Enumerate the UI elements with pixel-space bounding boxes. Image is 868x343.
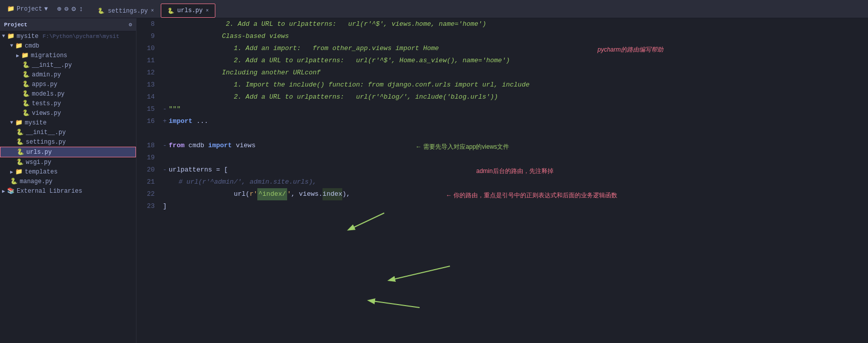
ln22: 22 (141, 188, 155, 200)
ln15: 15 (141, 103, 155, 115)
tree-item-admin[interactable]: 🐍 admin.py (0, 70, 136, 79)
sidebar-header: Project ⚙ (0, 18, 136, 31)
wsgi-label: wsgi.py (26, 159, 51, 166)
ln8: 8 (141, 18, 155, 30)
tree-item-mysite-folder[interactable]: ▼ 📁 mysite (0, 118, 136, 127)
import-kw2: import (208, 140, 232, 152)
tree-item-manage[interactable]: 🐍 manage.py (0, 177, 136, 186)
tree-item-models[interactable]: 🐍 models.py (0, 89, 136, 99)
ln13: 13 (141, 79, 155, 91)
project-dropdown[interactable]: 📁 Project ▼ (4, 4, 51, 14)
svg-line-0 (349, 213, 384, 230)
ln18: 18 (141, 140, 155, 152)
migrations-folder-icon: 📁 (21, 52, 29, 59)
views-icon: 🐍 (22, 109, 30, 117)
urls-tab-icon: 🐍 (167, 8, 174, 14)
tree-item-tests[interactable]: 🐍 tests.py (0, 99, 136, 108)
wsgi-icon: 🐍 (16, 158, 24, 166)
tree-item-templates[interactable]: ▶ 📁 templates (0, 167, 136, 177)
templates-folder-icon: 📁 (15, 168, 23, 176)
gear-icon[interactable]: ⚙ (72, 5, 76, 13)
urls-label: urls.py (26, 149, 52, 156)
views-label: views.py (32, 110, 61, 117)
sidebar: Project ⚙ ▼ 📁 mysite F:\Python\pycharm\m… (0, 18, 136, 343)
fold-20[interactable]: - (163, 164, 167, 176)
init1-label: __init__.py (32, 62, 72, 69)
fold-16[interactable]: + (163, 115, 167, 127)
settings-tab-label: settings.py (108, 8, 148, 15)
ext-libs-label: External Libraries (17, 188, 82, 195)
tree-item-migrations[interactable]: ▶ 📁 migrations (0, 51, 136, 60)
tree-root[interactable]: ▼ 📁 mysite F:\Python\pycharm\mysit (0, 31, 136, 41)
tree-item-init1[interactable]: 🐍 __init__.py (0, 60, 136, 70)
fold-18[interactable]: - (163, 140, 167, 152)
index-func-highlight: index (323, 188, 342, 200)
settings-tab-close[interactable]: × (151, 8, 154, 14)
line-numbers: 8 9 10 11 12 13 14 15 16 18 19 20 21 22 … (136, 18, 159, 212)
expand-icon[interactable]: ↕ (79, 5, 83, 13)
import-kw: import (169, 115, 193, 127)
url-call-end: ), (342, 188, 350, 200)
sidebar-gear-icon[interactable]: ⚙ (128, 21, 132, 28)
line16-dots: ... (193, 115, 208, 127)
tree-item-wsgi[interactable]: 🐍 wsgi.py (0, 157, 136, 167)
editor[interactable]: 8 9 10 11 12 13 14 15 16 18 19 20 21 22 … (136, 18, 868, 343)
fold-15[interactable]: - (163, 103, 167, 115)
settings-icon: 🐍 (16, 138, 24, 146)
tree-item-cmdb[interactable]: ▼ 📁 cmdb (0, 41, 136, 51)
templates-label: templates (25, 168, 58, 176)
r-string: r' (250, 188, 258, 200)
chevron-down-icon: ▼ (44, 6, 48, 13)
ext-libs-chevron: ▶ (2, 188, 5, 194)
project-icon: 📁 (7, 5, 15, 13)
tab-settings[interactable]: 🐍 settings.py × (91, 4, 160, 18)
sidebar-icons: ⚙ (128, 21, 132, 28)
root-chevron: ▼ (2, 33, 5, 39)
tree-item-settings[interactable]: 🐍 settings.py (0, 137, 136, 147)
from-kw: from (169, 140, 185, 152)
ln20: 20 (141, 164, 155, 176)
url-call-mid: , views. (291, 188, 323, 200)
apps-label: apps.py (32, 81, 57, 88)
code-line-17 (163, 127, 864, 140)
tests-label: tests.py (32, 100, 61, 107)
code-line-16: + import ... (163, 115, 864, 127)
urls-tab-close[interactable]: × (206, 8, 209, 14)
line15-content: """ (169, 103, 180, 115)
filter-icon[interactable]: ⊜ (64, 5, 68, 13)
code-line-22: url(r'^index/', views.index), ← 你的路由，重点是… (163, 188, 864, 200)
code-container: 8 9 10 11 12 13 14 15 16 18 19 20 21 22 … (136, 18, 868, 212)
sync-icon[interactable]: ⊕ (57, 5, 61, 13)
line23-bracket: ] (163, 200, 167, 212)
annotation-pycharm: pycharm的路由编写帮助 (598, 44, 663, 56)
sidebar-title: Project (4, 22, 27, 28)
ln9: 9 (141, 30, 155, 42)
tree-item-apps[interactable]: 🐍 apps.py (0, 79, 136, 89)
code-line-15: - """ (163, 103, 864, 115)
ln16: 16 (141, 115, 155, 127)
annotation-admin: admin后台的路由，先注释掉 (476, 165, 554, 177)
main-layout: Project ⚙ ▼ 📁 mysite F:\Python\pycharm\m… (0, 18, 868, 343)
tab-urls[interactable]: 🐍 urls.py × (161, 4, 215, 18)
urls-icon: 🐍 (17, 148, 24, 156)
tree-item-views[interactable]: 🐍 views.py (0, 108, 136, 118)
models-label: models.py (32, 91, 65, 98)
root-path: F:\Python\pycharm\mysit (42, 33, 119, 39)
tree-item-init2[interactable]: 🐍 __init__.py (0, 127, 136, 137)
ln11: 11 (141, 55, 155, 67)
tabs-area: 🐍 settings.py × 🐍 urls.py × (91, 0, 215, 18)
tree-item-urls[interactable]: 🐍 urls.py (0, 147, 136, 157)
ln19: 19 (141, 152, 155, 164)
views-name: views (232, 140, 256, 152)
svg-line-2 (369, 301, 420, 308)
url-call-start: url( (234, 188, 249, 200)
settings-label: settings.py (26, 139, 66, 146)
code-line-20: - urlpatterns = [ admin后台的路由，先注释掉 (163, 164, 864, 176)
index-highlight: ^index/ (257, 188, 287, 200)
manage-label: manage.py (20, 178, 53, 185)
mysite-folder-icon: 📁 (15, 119, 23, 126)
admin-icon: 🐍 (22, 71, 30, 78)
ln23: 23 (141, 200, 155, 212)
svg-line-1 (389, 266, 450, 280)
tree-item-ext-libs[interactable]: ▶ 📚 External Libraries (0, 186, 136, 196)
